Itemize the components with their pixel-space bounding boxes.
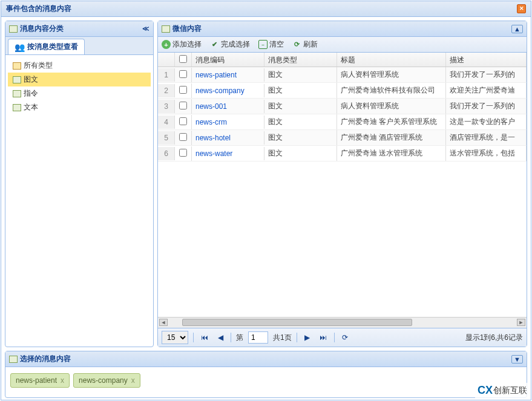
cell-code: news-hotel	[192, 131, 264, 145]
row-checkbox[interactable]	[179, 133, 187, 141]
collapse-left-icon[interactable]: ≪	[142, 25, 149, 33]
cell-desc: 这是一款专业的客户	[446, 114, 527, 129]
main-area: 消息内容分类 ≪ 👥 按消息类型查看 所有类型图文指令文本 微信内容 ▲ +	[1, 17, 531, 351]
finish-label: 完成选择	[221, 39, 250, 50]
clear-label: 清空	[269, 39, 284, 50]
page-size-select[interactable]: 15	[162, 331, 188, 344]
tree-item-label: 指令	[24, 88, 38, 99]
row-number: 1	[158, 68, 175, 82]
clear-button[interactable]: – 清空	[258, 39, 284, 50]
content-header: 微信内容 ▲	[158, 21, 527, 37]
tag-remove-icon[interactable]: x	[131, 376, 135, 385]
row-checkbox-cell	[175, 146, 192, 161]
document-icon	[13, 76, 21, 83]
watermark-logo: CX	[478, 384, 491, 397]
table-row[interactable]: 2news-company图文广州爱奇迪软件科技有限公司欢迎关注广州爱奇迪	[158, 83, 527, 99]
col-checkbox	[175, 53, 192, 67]
table-row[interactable]: 1news-patient图文病人资料管理系统我们开发了一系列的	[158, 67, 527, 83]
refresh-label: 刷新	[303, 39, 318, 50]
row-checkbox[interactable]	[179, 86, 187, 94]
collapse-up-icon[interactable]: ▲	[511, 25, 523, 33]
tag-label: news-company	[79, 376, 128, 385]
scroll-left-icon[interactable]: ◄	[159, 319, 168, 326]
select-all-checkbox[interactable]	[179, 55, 187, 63]
cell-desc: 我们开发了一系列的	[446, 67, 527, 82]
scroll-right-icon[interactable]: ►	[517, 319, 525, 326]
row-number: 2	[158, 84, 175, 97]
tag-remove-icon[interactable]: x	[61, 376, 64, 385]
next-page-button[interactable]: ▶	[302, 333, 312, 342]
tree-item-label: 图文	[24, 74, 38, 85]
cell-title: 广州爱奇迪 客户关系管理系统	[337, 114, 446, 129]
pager-summary: 显示1到6,共6记录	[465, 333, 523, 343]
col-title[interactable]: 标题	[337, 53, 446, 67]
tab-label: 按消息类型查看	[27, 42, 78, 52]
add-label: 添加选择	[172, 39, 202, 50]
selected-tags: news-patientxnews-companyx	[5, 367, 527, 397]
table-row[interactable]: 4news-crm图文广州爱奇迪 客户关系管理系统这是一款专业的客户	[158, 114, 527, 130]
list-icon	[9, 25, 18, 33]
finish-button[interactable]: ✔ 完成选择	[210, 39, 250, 50]
cell-type: 图文	[264, 130, 337, 145]
selected-header: 选择的消息内容 ▼	[5, 351, 527, 367]
tree-item[interactable]: 指令	[8, 86, 151, 100]
refresh-icon: ⟳	[292, 40, 301, 49]
tab-by-type[interactable]: 👥 按消息类型查看	[8, 39, 85, 54]
total-pages: 共1页	[273, 333, 292, 343]
row-checkbox-cell	[175, 68, 192, 82]
pager: 15 ⏮ ◀ 第 共1页 ▶ ⏭ ⟳ 显示1到6,共6记录	[158, 328, 527, 347]
col-rownum	[158, 53, 175, 67]
cell-desc: 我们开发了一系列的	[446, 99, 527, 114]
prev-page-button[interactable]: ◀	[215, 333, 226, 342]
tree-item[interactable]: 文本	[8, 100, 151, 114]
data-grid: 消息编码 消息类型 标题 描述 1news-patient图文病人资料管理系统我…	[158, 53, 527, 317]
row-checkbox[interactable]	[179, 70, 187, 78]
check-icon: ✔	[210, 40, 219, 49]
tree-item[interactable]: 所有类型	[8, 59, 151, 73]
col-type[interactable]: 消息类型	[264, 53, 337, 67]
selected-tag: news-companyx	[73, 373, 140, 388]
watermark: CX 创新互联	[475, 383, 530, 399]
cell-title: 病人资料管理系统	[337, 67, 446, 82]
reload-button[interactable]: ⟳	[340, 333, 350, 342]
table-row[interactable]: 6news-water图文广州爱奇迪 送水管理系统送水管理系统，包括	[158, 146, 527, 161]
last-page-button[interactable]: ⏭	[317, 333, 329, 342]
cell-code: news-company	[192, 84, 264, 97]
horizontal-scrollbar[interactable]: ◄ ►	[158, 317, 527, 328]
row-checkbox-cell	[175, 131, 192, 145]
page-input[interactable]	[248, 331, 268, 344]
people-icon: 👥	[15, 42, 25, 52]
close-icon[interactable]: ✕	[517, 4, 526, 13]
list-icon	[162, 25, 170, 33]
tag-label: news-patient	[16, 376, 57, 385]
col-desc[interactable]: 描述	[446, 53, 527, 67]
add-button[interactable]: + 添加选择	[162, 39, 202, 50]
table-row[interactable]: 5news-hotel图文广州爱奇迪 酒店管理系统酒店管理系统，是一	[158, 130, 527, 146]
sidebar-title: 消息内容分类	[20, 24, 64, 34]
collapse-down-icon[interactable]: ▼	[511, 355, 523, 364]
cell-type: 图文	[264, 99, 337, 114]
sidebar-header: 消息内容分类 ≪	[5, 21, 153, 37]
cell-title: 广州爱奇迪 酒店管理系统	[337, 130, 446, 145]
table-row[interactable]: 3news-001图文病人资料管理系统我们开发了一系列的	[158, 99, 527, 114]
refresh-button[interactable]: ⟳ 刷新	[292, 39, 318, 50]
first-page-button[interactable]: ⏮	[199, 333, 211, 342]
row-checkbox[interactable]	[179, 117, 187, 125]
row-checkbox[interactable]	[179, 149, 187, 157]
plus-icon: +	[162, 40, 171, 49]
tree-item-label: 文本	[24, 102, 38, 112]
watermark-text: 创新互联	[493, 385, 527, 396]
cell-desc: 酒店管理系统，是一	[446, 130, 527, 145]
cell-type: 图文	[264, 114, 337, 129]
selected-title: 选择的消息内容	[20, 354, 71, 364]
toolbar: + 添加选择 ✔ 完成选择 – 清空 ⟳ 刷新	[158, 37, 527, 53]
col-code[interactable]: 消息编码	[192, 53, 264, 67]
scroll-thumb[interactable]	[182, 319, 412, 326]
cell-title: 广州爱奇迪 送水管理系统	[337, 146, 446, 161]
content-panel: 微信内容 ▲ + 添加选择 ✔ 完成选择 – 清空 ⟳ 刷新	[157, 21, 527, 347]
row-checkbox[interactable]	[179, 102, 187, 109]
row-checkbox-cell	[175, 115, 192, 129]
tree-item[interactable]: 图文	[8, 73, 151, 86]
tree-item-label: 所有类型	[24, 60, 53, 71]
grid-body: 1news-patient图文病人资料管理系统我们开发了一系列的2news-co…	[158, 67, 527, 161]
